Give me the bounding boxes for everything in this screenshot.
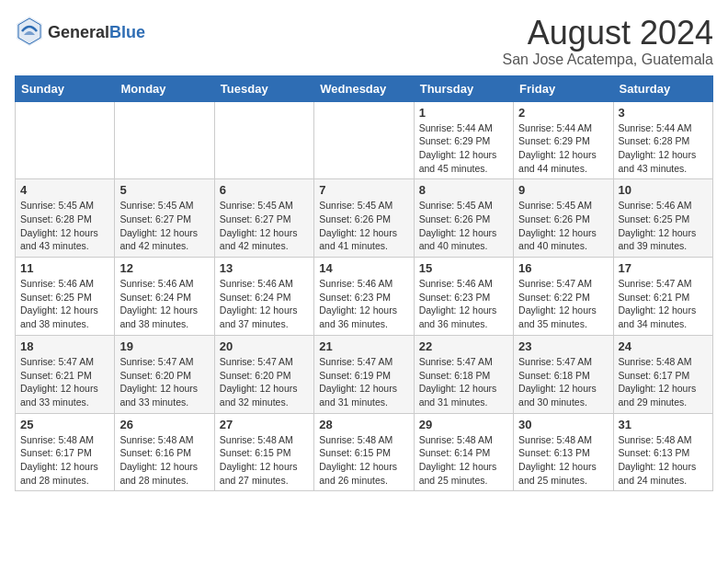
day-detail: Sunrise: 5:45 AM Sunset: 6:26 PM Dayligh… (319, 199, 408, 253)
calendar-cell: 6Sunrise: 5:45 AM Sunset: 6:27 PM Daylig… (214, 179, 313, 258)
calendar-week-5: 25Sunrise: 5:48 AM Sunset: 6:17 PM Dayli… (16, 413, 713, 491)
day-number: 13 (220, 261, 309, 275)
day-detail: Sunrise: 5:46 AM Sunset: 6:24 PM Dayligh… (220, 277, 309, 331)
calendar-cell: 1Sunrise: 5:44 AM Sunset: 6:29 PM Daylig… (414, 101, 513, 179)
calendar-cell: 15Sunrise: 5:46 AM Sunset: 6:23 PM Dayli… (414, 258, 513, 336)
day-number: 3 (619, 106, 708, 120)
day-number: 9 (518, 183, 608, 197)
calendar-week-1: 1Sunrise: 5:44 AM Sunset: 6:29 PM Daylig… (16, 101, 713, 179)
title-section: August 2024 San Jose Acatempa, Guatemala (503, 15, 713, 68)
day-number: 27 (220, 418, 309, 431)
calendar-cell (314, 101, 414, 179)
day-header-friday: Friday (514, 75, 613, 101)
calendar-cell: 19Sunrise: 5:47 AM Sunset: 6:20 PM Dayli… (115, 335, 214, 413)
day-number: 26 (119, 418, 209, 431)
page-header: GeneralBlue August 2024 San Jose Acatemp… (15, 15, 713, 68)
day-number: 7 (319, 183, 408, 197)
day-number: 6 (220, 183, 309, 197)
day-detail: Sunrise: 5:48 AM Sunset: 6:15 PM Dayligh… (220, 433, 309, 488)
calendar-cell (214, 101, 313, 179)
day-detail: Sunrise: 5:46 AM Sunset: 6:23 PM Dayligh… (419, 277, 508, 331)
day-header-monday: Monday (115, 75, 214, 101)
calendar-week-3: 11Sunrise: 5:46 AM Sunset: 6:25 PM Dayli… (16, 258, 713, 336)
calendar-cell: 11Sunrise: 5:46 AM Sunset: 6:25 PM Dayli… (16, 258, 115, 336)
day-detail: Sunrise: 5:45 AM Sunset: 6:27 PM Dayligh… (220, 199, 309, 253)
day-number: 12 (119, 261, 209, 275)
day-number: 29 (419, 418, 508, 431)
day-number: 24 (619, 339, 708, 353)
calendar-cell: 10Sunrise: 5:46 AM Sunset: 6:25 PM Dayli… (613, 179, 712, 258)
calendar-cell: 29Sunrise: 5:48 AM Sunset: 6:14 PM Dayli… (414, 413, 513, 491)
day-detail: Sunrise: 5:45 AM Sunset: 6:26 PM Dayligh… (518, 199, 608, 253)
calendar-cell: 12Sunrise: 5:46 AM Sunset: 6:24 PM Dayli… (115, 258, 214, 336)
day-number: 18 (20, 339, 109, 353)
day-detail: Sunrise: 5:48 AM Sunset: 6:13 PM Dayligh… (518, 433, 608, 488)
day-number: 1 (419, 106, 508, 120)
day-header-wednesday: Wednesday (314, 75, 414, 101)
day-detail: Sunrise: 5:48 AM Sunset: 6:15 PM Dayligh… (319, 433, 408, 488)
calendar-cell: 3Sunrise: 5:44 AM Sunset: 6:28 PM Daylig… (613, 101, 712, 179)
day-header-tuesday: Tuesday (214, 75, 313, 101)
calendar-cell: 7Sunrise: 5:45 AM Sunset: 6:26 PM Daylig… (314, 179, 414, 258)
logo-icon (15, 15, 44, 52)
calendar-cell: 31Sunrise: 5:48 AM Sunset: 6:13 PM Dayli… (613, 413, 712, 491)
day-number: 16 (518, 261, 608, 275)
calendar-cell: 8Sunrise: 5:45 AM Sunset: 6:26 PM Daylig… (414, 179, 513, 258)
day-number: 4 (20, 183, 109, 197)
day-number: 28 (319, 418, 408, 431)
day-detail: Sunrise: 5:47 AM Sunset: 6:21 PM Dayligh… (20, 355, 109, 409)
day-number: 17 (619, 261, 708, 275)
day-detail: Sunrise: 5:47 AM Sunset: 6:20 PM Dayligh… (119, 355, 209, 409)
day-detail: Sunrise: 5:46 AM Sunset: 6:25 PM Dayligh… (619, 199, 708, 253)
day-detail: Sunrise: 5:48 AM Sunset: 6:14 PM Dayligh… (419, 433, 508, 488)
logo-text: GeneralBlue (48, 24, 145, 42)
calendar-week-4: 18Sunrise: 5:47 AM Sunset: 6:21 PM Dayli… (16, 335, 713, 413)
day-number: 23 (518, 339, 608, 353)
calendar-cell: 22Sunrise: 5:47 AM Sunset: 6:18 PM Dayli… (414, 335, 513, 413)
day-number: 25 (20, 418, 109, 431)
day-header-sunday: Sunday (16, 75, 115, 101)
day-detail: Sunrise: 5:48 AM Sunset: 6:17 PM Dayligh… (619, 355, 708, 409)
calendar-cell: 2Sunrise: 5:44 AM Sunset: 6:29 PM Daylig… (514, 101, 613, 179)
day-number: 31 (619, 418, 708, 431)
day-detail: Sunrise: 5:48 AM Sunset: 6:17 PM Dayligh… (20, 433, 109, 488)
logo: GeneralBlue (15, 15, 145, 52)
calendar-cell: 21Sunrise: 5:47 AM Sunset: 6:19 PM Dayli… (314, 335, 414, 413)
day-detail: Sunrise: 5:44 AM Sunset: 6:28 PM Dayligh… (619, 121, 708, 176)
subtitle: San Jose Acatempa, Guatemala (503, 52, 713, 68)
day-number: 19 (119, 339, 209, 353)
calendar-cell: 30Sunrise: 5:48 AM Sunset: 6:13 PM Dayli… (514, 413, 613, 491)
calendar-table: SundayMondayTuesdayWednesdayThursdayFrid… (15, 75, 713, 492)
day-detail: Sunrise: 5:48 AM Sunset: 6:16 PM Dayligh… (119, 433, 209, 488)
calendar-cell: 5Sunrise: 5:45 AM Sunset: 6:27 PM Daylig… (115, 179, 214, 258)
calendar-cell: 28Sunrise: 5:48 AM Sunset: 6:15 PM Dayli… (314, 413, 414, 491)
calendar-cell (16, 101, 115, 179)
day-number: 20 (220, 339, 309, 353)
calendar-header-row: SundayMondayTuesdayWednesdayThursdayFrid… (16, 75, 713, 101)
calendar-week-2: 4Sunrise: 5:45 AM Sunset: 6:28 PM Daylig… (16, 179, 713, 258)
calendar-cell: 4Sunrise: 5:45 AM Sunset: 6:28 PM Daylig… (16, 179, 115, 258)
day-detail: Sunrise: 5:45 AM Sunset: 6:27 PM Dayligh… (119, 199, 209, 253)
calendar-cell: 9Sunrise: 5:45 AM Sunset: 6:26 PM Daylig… (514, 179, 613, 258)
day-number: 10 (619, 183, 708, 197)
day-number: 2 (518, 106, 608, 120)
day-detail: Sunrise: 5:44 AM Sunset: 6:29 PM Dayligh… (518, 121, 608, 176)
day-detail: Sunrise: 5:48 AM Sunset: 6:13 PM Dayligh… (619, 433, 708, 488)
day-detail: Sunrise: 5:46 AM Sunset: 6:25 PM Dayligh… (20, 277, 109, 331)
day-header-thursday: Thursday (414, 75, 513, 101)
calendar-cell: 18Sunrise: 5:47 AM Sunset: 6:21 PM Dayli… (16, 335, 115, 413)
day-number: 11 (20, 261, 109, 275)
calendar-cell: 20Sunrise: 5:47 AM Sunset: 6:20 PM Dayli… (214, 335, 313, 413)
day-detail: Sunrise: 5:47 AM Sunset: 6:19 PM Dayligh… (319, 355, 408, 409)
day-detail: Sunrise: 5:45 AM Sunset: 6:28 PM Dayligh… (20, 199, 109, 253)
day-number: 30 (518, 418, 608, 431)
day-detail: Sunrise: 5:47 AM Sunset: 6:18 PM Dayligh… (419, 355, 508, 409)
day-header-saturday: Saturday (613, 75, 712, 101)
day-number: 8 (419, 183, 508, 197)
calendar-cell: 25Sunrise: 5:48 AM Sunset: 6:17 PM Dayli… (16, 413, 115, 491)
calendar-cell: 26Sunrise: 5:48 AM Sunset: 6:16 PM Dayli… (115, 413, 214, 491)
calendar-cell: 17Sunrise: 5:47 AM Sunset: 6:21 PM Dayli… (613, 258, 712, 336)
day-detail: Sunrise: 5:46 AM Sunset: 6:23 PM Dayligh… (319, 277, 408, 331)
calendar-cell: 23Sunrise: 5:47 AM Sunset: 6:18 PM Dayli… (514, 335, 613, 413)
calendar-cell: 14Sunrise: 5:46 AM Sunset: 6:23 PM Dayli… (314, 258, 414, 336)
